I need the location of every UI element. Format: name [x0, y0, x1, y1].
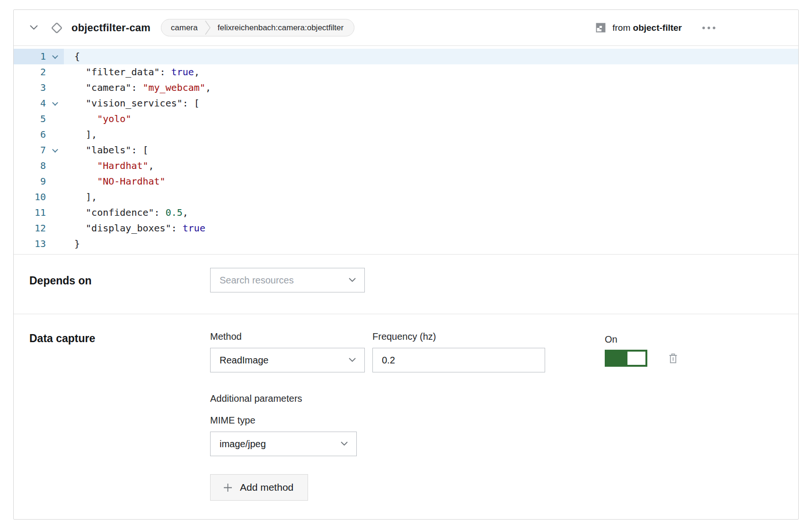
fold-gutter-spacer	[46, 80, 64, 96]
collapse-button[interactable]	[28, 22, 39, 34]
frequency-label: Frequency (hz)	[372, 331, 545, 342]
code-line-text: "filter_data": true,	[64, 64, 798, 80]
code-lines: 1{2 "filter_data": true,3 "camera": "my_…	[14, 49, 798, 252]
code-line-text: }	[64, 236, 798, 252]
code-line-text: "yolo"	[64, 111, 798, 127]
tag-separator-icon	[204, 19, 211, 36]
trash-icon	[667, 352, 679, 365]
resource-tag-pill: camera felixreichenbach:camera:objectfil…	[161, 19, 354, 36]
code-line[interactable]: 6 ],	[14, 127, 798, 142]
line-number: 9	[14, 174, 46, 189]
code-line-text: "vision_services": [	[64, 96, 798, 111]
add-method-button[interactable]: Add method	[210, 474, 308, 501]
code-line-text: "camera": "my_webcam",	[64, 80, 798, 96]
line-number: 1	[14, 49, 46, 64]
depends-on-label: Depends on	[29, 274, 210, 314]
code-line[interactable]: 11 "confidence": 0.5,	[14, 205, 798, 221]
code-line[interactable]: 1{	[14, 49, 798, 64]
more-options-button[interactable]	[701, 21, 717, 35]
data-capture-label: Data capture	[29, 332, 210, 520]
fold-gutter-spacer	[46, 64, 64, 80]
line-number: 3	[14, 80, 46, 96]
add-method-label: Add method	[240, 482, 293, 493]
code-line[interactable]: 2 "filter_data": true,	[14, 64, 798, 80]
fold-gutter-spacer	[46, 189, 64, 205]
chevron-down-icon	[341, 442, 348, 446]
method-select[interactable]: ReadImage	[210, 348, 365, 372]
chevron-down-icon	[349, 278, 356, 283]
tag-model: felixreichenbach:camera:objectfilter	[211, 23, 354, 33]
fold-gutter-spacer	[46, 205, 64, 221]
mime-type-value: image/jpeg	[220, 439, 266, 450]
delete-method-button[interactable]	[665, 351, 680, 366]
code-line[interactable]: 8 "Hardhat",	[14, 158, 798, 174]
code-line[interactable]: 3 "camera": "my_webcam",	[14, 80, 798, 96]
code-line-text: "NO-Hardhat"	[64, 174, 798, 189]
code-line-text: "labels": [	[64, 142, 798, 158]
fold-gutter-spacer	[46, 127, 64, 142]
search-resources-select[interactable]: Search resources	[210, 268, 365, 292]
line-number: 8	[14, 158, 46, 174]
code-line[interactable]: 4 "vision_services": [	[14, 96, 798, 111]
mime-type-select[interactable]: image/jpeg	[210, 432, 357, 456]
depends-on-section: Depends on Search resources	[14, 254, 798, 314]
code-line[interactable]: 5 "yolo"	[14, 111, 798, 127]
method-label: Method	[210, 331, 365, 342]
line-number: 13	[14, 236, 46, 252]
line-number: 7	[14, 142, 46, 158]
tag-type: camera	[161, 23, 204, 33]
capture-toggle[interactable]	[605, 350, 647, 367]
code-line[interactable]: 12 "display_boxes": true	[14, 221, 798, 236]
fold-gutter-spacer	[46, 158, 64, 174]
json-code-editor[interactable]: 1{2 "filter_data": true,3 "camera": "my_…	[14, 46, 798, 254]
code-line[interactable]: 10 ],	[14, 189, 798, 205]
resource-diamond-icon	[50, 21, 64, 35]
line-number: 2	[14, 64, 46, 80]
fold-gutter-spacer	[46, 221, 64, 236]
code-line-text: "display_boxes": true	[64, 221, 798, 236]
mime-type-label: MIME type	[210, 415, 680, 426]
toggle-on-label: On	[605, 334, 680, 345]
module-attribution-text: from object-filter	[612, 23, 682, 33]
code-line[interactable]: 7 "labels": [	[14, 142, 798, 158]
chevron-down-icon	[349, 358, 356, 362]
fold-toggle-icon[interactable]	[46, 142, 64, 158]
code-line-text: "Hardhat",	[64, 158, 798, 174]
code-line-text: "confidence": 0.5,	[64, 205, 798, 221]
line-number: 10	[14, 189, 46, 205]
additional-parameters-label: Additional parameters	[210, 393, 680, 404]
module-icon	[595, 22, 607, 34]
search-resources-placeholder: Search resources	[220, 275, 294, 286]
fold-gutter-spacer	[46, 174, 64, 189]
chevron-down-icon	[30, 25, 38, 30]
resource-config-card: objectfilter-cam camera felixreichenbach…	[13, 9, 799, 520]
code-line-text: ],	[64, 127, 798, 142]
line-number: 6	[14, 127, 46, 142]
resource-title: objectfilter-cam	[71, 22, 150, 34]
code-line[interactable]: 13}	[14, 236, 798, 252]
plus-icon	[223, 483, 233, 493]
ellipsis-icon	[701, 26, 716, 30]
fold-toggle-icon[interactable]	[46, 49, 64, 64]
method-value: ReadImage	[220, 355, 268, 366]
code-line-text: {	[64, 49, 798, 64]
toggle-knob	[627, 352, 645, 365]
card-header: objectfilter-cam camera felixreichenbach…	[14, 10, 798, 46]
data-capture-section: Data capture Method ReadImage Frequency …	[14, 314, 798, 520]
fold-toggle-icon[interactable]	[46, 96, 64, 111]
code-line-text: ],	[64, 189, 798, 205]
line-number: 5	[14, 111, 46, 127]
fold-gutter-spacer	[46, 111, 64, 127]
frequency-input[interactable]	[372, 348, 545, 372]
fold-gutter-spacer	[46, 236, 64, 252]
line-number: 12	[14, 221, 46, 236]
module-attribution: from object-filter	[595, 22, 682, 34]
line-number: 4	[14, 96, 46, 111]
code-line[interactable]: 9 "NO-Hardhat"	[14, 174, 798, 189]
line-number: 11	[14, 205, 46, 221]
